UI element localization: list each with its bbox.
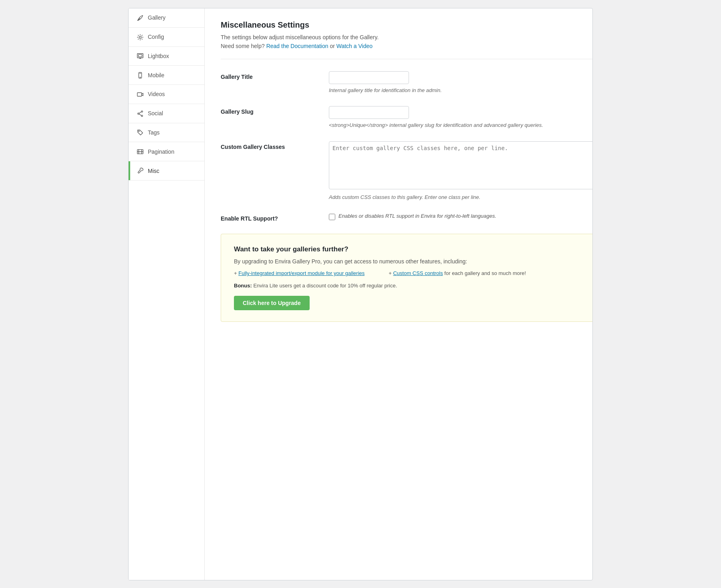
gallery-title-row: Gallery Title Internal gallery title for… xyxy=(221,71,593,94)
leaf-icon xyxy=(137,14,144,22)
app-wrapper: Gallery Config Lightbox xyxy=(128,8,593,580)
section-divider xyxy=(221,59,593,59)
upgrade-box: Want to take your galleries further? By … xyxy=(221,234,593,322)
bonus-label: Bonus: xyxy=(234,283,252,289)
upgrade-link-item-1: + Fully-integrated import/export module … xyxy=(234,270,365,276)
rtl-support-description: Enables or disables RTL support in Envir… xyxy=(338,213,496,219)
upgrade-links-row: + Fully-integrated import/export module … xyxy=(234,270,588,276)
upgrade-description: By upgrading to Envira Gallery Pro, you … xyxy=(234,258,588,265)
upgrade-button[interactable]: Click here to Upgrade xyxy=(234,296,310,310)
custom-classes-description: Adds custom CSS classes to this gallery.… xyxy=(329,193,593,201)
bonus-text: Envira Lite users get a discount code fo… xyxy=(253,283,397,289)
mobile-icon xyxy=(137,71,144,79)
sidebar-label-videos: Videos xyxy=(148,91,165,97)
social-icon xyxy=(137,110,144,117)
sidebar-label-tags: Tags xyxy=(148,129,160,136)
gallery-title-label: Gallery Title xyxy=(221,71,317,80)
sidebar-label-misc: Misc xyxy=(148,168,159,174)
lightbox-icon xyxy=(137,52,144,60)
custom-classes-row: Custom Gallery Classes Adds custom CSS c… xyxy=(221,141,593,201)
video-link[interactable]: Watch a Video xyxy=(336,43,373,49)
gallery-slug-description: <strong>Unique</strong> internal gallery… xyxy=(329,121,593,129)
gallery-title-input[interactable] xyxy=(329,71,409,84)
sidebar-item-misc[interactable]: Misc xyxy=(129,161,204,181)
upgrade-bonus: Bonus: Envira Lite users get a discount … xyxy=(234,283,588,289)
sidebar-label-gallery: Gallery xyxy=(148,14,165,21)
upgrade-link-2[interactable]: Custom CSS controls xyxy=(393,270,443,276)
sidebar: Gallery Config Lightbox xyxy=(129,8,205,580)
rtl-support-label: Enable RTL Support? xyxy=(221,213,317,222)
plus-icon-1: + xyxy=(234,270,238,276)
sidebar-item-pagination[interactable]: Pagination xyxy=(129,142,204,161)
plus-icon-2: + xyxy=(389,270,393,276)
gallery-slug-row: Gallery Slug <strong>Unique</strong> int… xyxy=(221,106,593,129)
sidebar-label-config: Config xyxy=(148,34,164,40)
rtl-checkbox-wrap: Enables or disables RTL support in Envir… xyxy=(329,213,593,220)
svg-point-0 xyxy=(139,36,141,38)
sidebar-label-social: Social xyxy=(148,110,163,116)
sidebar-item-social[interactable]: Social xyxy=(129,104,204,123)
gallery-title-control: Internal gallery title for identificatio… xyxy=(329,71,593,94)
upgrade-link-item-2: + Custom CSS controls for each gallery a… xyxy=(389,270,526,276)
sidebar-label-lightbox: Lightbox xyxy=(148,53,169,59)
page-description: The settings below adjust miscellaneous … xyxy=(221,33,593,51)
gear-icon xyxy=(137,33,144,41)
custom-classes-label: Custom Gallery Classes xyxy=(221,141,317,150)
rtl-support-row: Enable RTL Support? Enables or disables … xyxy=(221,213,593,222)
svg-rect-5 xyxy=(137,92,142,96)
page-title: Miscellaneous Settings xyxy=(221,20,593,30)
or-text: or xyxy=(330,43,336,49)
rtl-support-control: Enables or disables RTL support in Envir… xyxy=(329,213,593,220)
custom-classes-control: Adds custom CSS classes to this gallery.… xyxy=(329,141,593,201)
sidebar-item-gallery[interactable]: Gallery xyxy=(129,8,204,28)
upgrade-title: Want to take your galleries further? xyxy=(234,245,588,253)
description-text: The settings below adjust miscellaneous … xyxy=(221,34,379,40)
main-content: Miscellaneous Settings The settings belo… xyxy=(205,8,593,580)
tag-icon xyxy=(137,129,144,136)
pagination-icon xyxy=(137,148,144,155)
doc-link[interactable]: Read the Documentation xyxy=(266,43,328,49)
sidebar-item-mobile[interactable]: Mobile xyxy=(129,66,204,85)
rtl-support-checkbox[interactable] xyxy=(329,214,335,220)
help-text: Need some help? xyxy=(221,43,265,49)
sidebar-item-lightbox[interactable]: Lightbox xyxy=(129,47,204,66)
gallery-slug-input[interactable] xyxy=(329,106,409,119)
sidebar-item-config[interactable]: Config xyxy=(129,28,204,47)
sidebar-label-mobile: Mobile xyxy=(148,72,164,78)
gallery-title-description: Internal gallery title for identificatio… xyxy=(329,86,593,94)
upgrade-link-2-suffix: for each gallery and so much more! xyxy=(444,270,526,276)
sidebar-item-tags[interactable]: Tags xyxy=(129,123,204,142)
custom-classes-textarea[interactable] xyxy=(329,141,593,189)
video-icon xyxy=(137,90,144,98)
sidebar-label-pagination: Pagination xyxy=(148,149,174,155)
svg-point-9 xyxy=(139,131,139,132)
svg-point-4 xyxy=(140,77,140,77)
sidebar-item-videos[interactable]: Videos xyxy=(129,85,204,104)
wrench-icon xyxy=(137,167,144,175)
gallery-slug-control: <strong>Unique</strong> internal gallery… xyxy=(329,106,593,129)
gallery-slug-label: Gallery Slug xyxy=(221,106,317,115)
svg-rect-2 xyxy=(139,55,142,57)
upgrade-link-1[interactable]: Fully-integrated import/export module fo… xyxy=(238,270,365,276)
